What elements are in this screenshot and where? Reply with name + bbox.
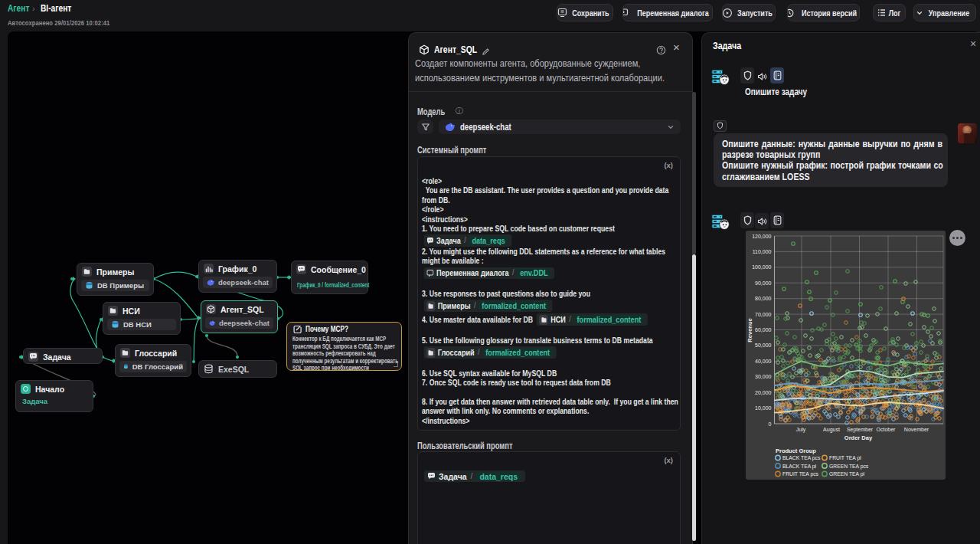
- svg-text:September: September: [847, 427, 874, 433]
- svg-text:Order Day: Order Day: [844, 434, 873, 441]
- svg-text:60,000: 60,000: [755, 327, 772, 333]
- svg-text:November: November: [904, 427, 929, 432]
- svg-text:Product Group: Product Group: [776, 447, 816, 454]
- svg-text:July: July: [796, 427, 806, 433]
- svg-text:70,000: 70,000: [755, 312, 772, 317]
- svg-text:FRUIT TEA pl: FRUIT TEA pl: [829, 455, 861, 461]
- svg-text:20,000: 20,000: [755, 390, 772, 395]
- svg-text:0: 0: [769, 421, 772, 427]
- svg-text:BLACK TEA pl: BLACK TEA pl: [782, 464, 817, 470]
- svg-text:40,000: 40,000: [755, 359, 772, 364]
- svg-text:August: August: [823, 427, 840, 433]
- svg-text:90,000: 90,000: [755, 280, 772, 286]
- svg-text:FRUIT TEA pcs: FRUIT TEA pcs: [782, 471, 819, 477]
- svg-text:GREEN TEA pl: GREEN TEA pl: [829, 471, 864, 477]
- svg-text:10,000: 10,000: [755, 405, 772, 411]
- svg-text:GREEN TEA pcs: GREEN TEA pcs: [829, 464, 869, 470]
- svg-text:30,000: 30,000: [755, 374, 772, 379]
- svg-text:120,000: 120,000: [752, 234, 771, 239]
- svg-text:80,000: 80,000: [755, 296, 772, 301]
- svg-text:110,000: 110,000: [753, 249, 772, 254]
- svg-text:BLACK TEA pcs: BLACK TEA pcs: [782, 455, 821, 461]
- svg-text:Revenue: Revenue: [746, 318, 753, 342]
- svg-text:50,000: 50,000: [755, 342, 772, 348]
- svg-text:100,000: 100,000: [752, 264, 771, 270]
- svg-text:October: October: [877, 427, 897, 432]
